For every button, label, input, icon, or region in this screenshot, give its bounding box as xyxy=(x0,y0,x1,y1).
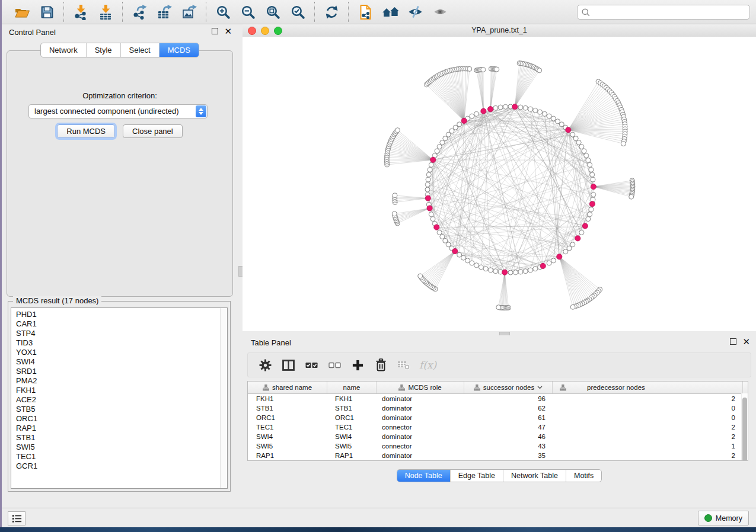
cell-successor-nodes: 47 xyxy=(464,424,553,431)
table-scrollbar-thumb[interactable] xyxy=(742,398,747,461)
list-icon xyxy=(12,514,22,523)
cell-successor-nodes: 96 xyxy=(464,395,553,402)
zoom-out-button[interactable] xyxy=(237,2,259,21)
zoom-fit-icon xyxy=(266,5,280,20)
table-row[interactable]: STB1 STB1 dominator 62 0 xyxy=(248,403,748,413)
mcds-result-item[interactable]: ACE2 xyxy=(11,395,220,405)
cell-successor-nodes: 62 xyxy=(464,405,553,412)
column-header-successor-nodes[interactable]: successor nodes xyxy=(464,382,553,393)
hide-panels-button[interactable] xyxy=(404,2,426,21)
tab-network-table[interactable]: Network Table xyxy=(503,470,566,482)
mcds-result-item[interactable]: PHD1 xyxy=(11,310,220,319)
columns-icon xyxy=(282,360,295,371)
export-table-icon xyxy=(157,4,173,20)
table-row[interactable]: TEC1 TEC1 connector 47 2 xyxy=(248,422,748,432)
cell-shared-name: ORC1 xyxy=(248,414,327,421)
refresh-button[interactable] xyxy=(321,2,342,21)
table-row[interactable]: SWI5 SWI5 connector 43 1 xyxy=(248,441,748,451)
float-panel-icon[interactable] xyxy=(212,28,218,34)
open-session-button[interactable] xyxy=(11,2,33,21)
search-input[interactable] xyxy=(593,6,749,19)
table-settings-button[interactable] xyxy=(256,356,274,374)
table-panel: Table Panel ✕ xyxy=(243,335,756,504)
task-history-button[interactable] xyxy=(8,511,25,525)
tab-edge-table[interactable]: Edge Table xyxy=(450,470,503,482)
table-row[interactable]: ACE2 ACE2 connector 31 1 xyxy=(248,460,748,461)
memory-button[interactable]: Memory xyxy=(698,511,749,525)
mcds-result-item[interactable]: STB5 xyxy=(11,405,220,414)
mcds-list-scrollbar[interactable] xyxy=(220,308,227,488)
table-row[interactable]: ORC1 ORC1 dominator 61 0 xyxy=(248,413,748,422)
export-network-button[interactable] xyxy=(129,2,150,21)
optimization-criterion-label: Optimization criterion: xyxy=(7,91,232,100)
mcds-result-item[interactable]: STP4 xyxy=(11,329,220,338)
delete-table-button[interactable] xyxy=(395,356,413,374)
zoom-selected-button[interactable] xyxy=(287,2,308,21)
mcds-result-item[interactable]: ORC1 xyxy=(11,414,220,424)
tab-select[interactable]: Select xyxy=(120,43,159,57)
table-row[interactable]: FKH1 FKH1 dominator 96 2 xyxy=(248,394,748,403)
optimization-criterion-select[interactable]: largest connected component (undirected) xyxy=(28,104,208,118)
network-window-titlebar[interactable]: YPA_prune.txt_1 xyxy=(243,24,756,37)
table-scrollbar[interactable] xyxy=(741,393,748,460)
column-header-name[interactable]: name xyxy=(327,382,377,393)
column-header-predecessor-nodes[interactable]: predecessor nodes xyxy=(553,382,743,393)
tab-mcds[interactable]: MCDS xyxy=(159,43,199,57)
cell-successor-nodes: 35 xyxy=(464,452,553,459)
horizontal-splitter[interactable] xyxy=(243,331,756,335)
delete-column-button[interactable] xyxy=(372,356,390,374)
mcds-result-item[interactable]: GCR1 xyxy=(11,462,220,471)
mcds-result-item[interactable]: FKH1 xyxy=(11,386,220,395)
mcds-result-item[interactable]: TEC1 xyxy=(11,452,220,462)
network-canvas[interactable] xyxy=(243,37,756,331)
export-table-button[interactable] xyxy=(154,2,175,21)
tab-node-table[interactable]: Node Table xyxy=(397,470,450,482)
table-row[interactable]: SWI4 SWI4 dominator 46 2 xyxy=(248,432,748,441)
mcds-result-item[interactable]: CAR1 xyxy=(11,319,220,329)
mcds-result-item[interactable]: STB1 xyxy=(11,433,220,443)
tab-motifs[interactable]: Motifs xyxy=(566,470,601,482)
float-table-panel-icon[interactable] xyxy=(730,338,736,345)
run-mcds-button[interactable]: Run MCDS xyxy=(57,124,115,138)
table-tabbar: Node Table Edge Table Network Table Moti… xyxy=(397,469,602,482)
memory-label: Memory xyxy=(716,514,742,523)
mcds-result-item[interactable]: SRD1 xyxy=(11,367,220,376)
function-builder-button[interactable]: f(x) xyxy=(419,359,436,371)
export-image-button[interactable] xyxy=(178,2,200,21)
import-table-button[interactable] xyxy=(95,2,116,21)
import-network-button[interactable] xyxy=(70,2,91,21)
mcds-result-item[interactable]: RAP1 xyxy=(11,424,220,433)
select-all-button[interactable] xyxy=(302,356,320,374)
save-session-button[interactable] xyxy=(36,2,58,21)
column-header-mcds-role[interactable]: MCDS role xyxy=(377,382,464,393)
deselect-all-button[interactable] xyxy=(326,356,343,374)
close-panel-button[interactable]: Close panel xyxy=(123,124,183,138)
close-table-panel-icon[interactable]: ✕ xyxy=(742,339,750,344)
cell-predecessor-nodes: 2 xyxy=(553,395,743,402)
choose-columns-button[interactable] xyxy=(279,356,297,374)
tab-style[interactable]: Style xyxy=(86,43,120,57)
gear-icon xyxy=(259,359,272,371)
add-column-button[interactable] xyxy=(349,356,366,374)
global-search-field[interactable] xyxy=(577,5,750,20)
network-window-title: YPA_prune.txt_1 xyxy=(243,26,756,34)
search-network-button[interactable] xyxy=(379,2,401,21)
column-label: predecessor nodes xyxy=(587,384,645,391)
zoom-fit-button[interactable] xyxy=(262,2,283,21)
zoom-in-button[interactable] xyxy=(212,2,234,21)
show-panels-button[interactable] xyxy=(429,2,451,21)
column-header-shared-name[interactable]: shared name xyxy=(248,382,327,393)
node-table-header: shared name name MCDS role successor nod… xyxy=(248,382,748,394)
mcds-result-item[interactable]: YOX1 xyxy=(11,348,220,357)
table-row[interactable]: RAP1 RAP1 dominator 35 2 xyxy=(248,451,748,460)
mcds-result-item[interactable]: SWI4 xyxy=(11,357,220,367)
mcds-result-list[interactable]: PHD1 CAR1 STP4 TID3 YOX1 SWI4 SRD1 PMA2 xyxy=(11,307,228,489)
new-network-from-file-button[interactable] xyxy=(355,2,376,21)
close-panel-icon[interactable]: ✕ xyxy=(224,28,232,34)
plus-icon xyxy=(352,360,363,371)
tab-network[interactable]: Network xyxy=(41,43,86,57)
mcds-result-item[interactable]: TID3 xyxy=(11,338,220,348)
optimization-criterion-value: largest connected component (undirected) xyxy=(34,107,179,116)
mcds-result-item[interactable]: PMA2 xyxy=(11,376,220,386)
mcds-result-item[interactable]: SWI5 xyxy=(11,443,220,452)
